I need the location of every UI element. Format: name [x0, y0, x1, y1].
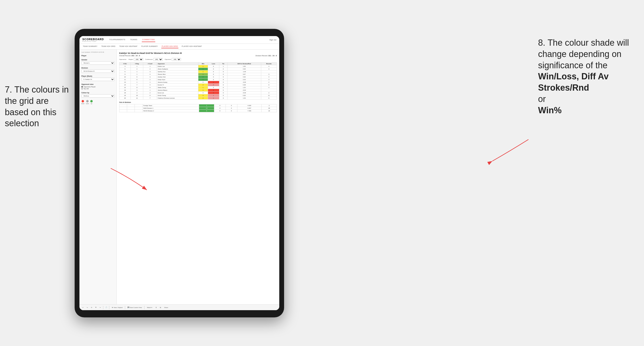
cell-opponent: Jessica Huang	[157, 81, 198, 84]
player-rank-select[interactable]: 8. Katelyn Vo	[81, 78, 114, 81]
cell-opponent: Heejo Hyun	[157, 78, 198, 81]
opponent-view-section: Opponent view Opponents Played Top 100	[81, 83, 114, 89]
sign-out-link[interactable]: Sign out	[270, 39, 276, 41]
save-custom-btn[interactable]: 💾 Save Custom View	[127, 306, 143, 309]
player-section: Player	[81, 55, 114, 56]
cell-tie: 0	[219, 92, 228, 94]
cell-reg: 1	[131, 65, 143, 68]
cell-tie: 0	[219, 68, 228, 70]
app-header: SCOREBOARD Powered by clippd TOURNAMENTS…	[80, 36, 279, 44]
header-right: Sign out	[270, 39, 276, 41]
grid-icon[interactable]: ⊞	[159, 306, 162, 309]
out-division-row: Foreign Team 1 0 0 4.500 2	[120, 104, 277, 107]
last-updated: Last Updated: 27/03/2024 16:55:38	[81, 51, 114, 53]
undo-icon[interactable]: ↩	[81, 306, 84, 309]
cell-rounds: 2	[261, 81, 276, 84]
region-select[interactable]: (All)	[134, 58, 143, 61]
out-division-row: NAIA Division 1 15 0 0 9.267 30	[120, 107, 277, 110]
table-row: 19 10 6 Emily Chang 4 1 0 0.30 11	[120, 94, 277, 97]
left-annotation: 7. The colours in the grid are based on …	[5, 84, 72, 129]
copy-icon[interactable]: ⧉	[94, 306, 97, 309]
cell-tie: 0	[219, 78, 228, 81]
watch-btn[interactable]: Watch ▾	[146, 306, 153, 309]
cell-win: 1	[198, 70, 208, 73]
cell-diff: 7.400	[237, 110, 262, 112]
cell-diff: -0.94	[228, 89, 261, 92]
table-row: 16 3 1 Jessica Mason 1 2 0 -0.94	[120, 89, 277, 92]
division-select[interactable]: NCAA Division III	[81, 69, 114, 73]
sub-nav-team-h2h-grid[interactable]: TEAM H2H GRID	[101, 45, 116, 48]
cell-diff: 1.33	[228, 97, 261, 100]
cell-reg: 1	[131, 73, 143, 76]
cell-win: 15	[199, 107, 214, 110]
cell-tie: 0	[219, 97, 228, 100]
tablet-frame: SCOREBOARD Powered by clippd TOURNAMENTS…	[75, 29, 284, 317]
cell-div: 9	[120, 73, 131, 76]
nav-committee[interactable]: COMMITTEE	[142, 37, 156, 42]
nav-tournaments[interactable]: TOURNAMENTS	[108, 37, 126, 42]
cell-tie: 0	[219, 84, 228, 86]
cut-icon[interactable]: ✂	[99, 306, 102, 309]
cell-win: 2	[198, 97, 208, 100]
table-row: 6 1 3 Sydney Kuo 1 0 0 -1.00	[120, 70, 277, 73]
colour-by-select[interactable]: Win/loss	[81, 94, 114, 98]
cell-diff: 3.67	[228, 73, 261, 76]
redo-icon[interactable]: ↪	[86, 306, 88, 309]
cell-diff: -1.00	[228, 70, 261, 73]
cell-conf: 2	[143, 78, 157, 81]
conference-select[interactable]: (All)	[153, 58, 163, 61]
cell-win: 1	[198, 65, 208, 68]
view-original-btn[interactable]: 👁 View: Original	[111, 306, 124, 309]
cell-tie: 0	[219, 89, 228, 92]
clock-icon[interactable]: 🕐	[105, 306, 108, 309]
cell-reg	[127, 110, 135, 112]
col-rounds: Rounds	[261, 62, 276, 65]
cell-diff: 1.50	[228, 65, 261, 68]
share-btn[interactable]: Share	[163, 306, 169, 309]
toolbar-sep-4	[144, 306, 144, 309]
sub-nav-team-h2h-heatmap[interactable]: TEAM H2H HEATMAP	[119, 45, 138, 48]
col-div: # Div	[120, 62, 131, 65]
cell-rounds: 3	[261, 73, 276, 76]
cell-rounds	[261, 89, 276, 92]
cell-rounds: 4	[261, 86, 276, 89]
player-label: Player	[81, 55, 114, 56]
export-icon[interactable]: ⬆	[154, 306, 158, 309]
cell-opponent: Alexis Sudijanto	[157, 68, 198, 70]
cell-loss: 0	[208, 76, 219, 78]
toolbar-sep-2	[109, 306, 109, 309]
opponent-select[interactable]: (All)	[172, 58, 181, 61]
cell-conf: 7	[143, 97, 157, 100]
sub-nav-player-h2h-heatmap[interactable]: PLAYER H2H HEATMAP	[181, 45, 202, 48]
radio-label-played: Opponents Played	[84, 86, 95, 88]
division-label: Division	[81, 67, 114, 69]
cell-win: 0	[198, 81, 208, 84]
cell-tie: 0	[219, 81, 228, 84]
forward-icon[interactable]: ⟳	[90, 306, 93, 309]
cell-rounds: 2	[262, 104, 276, 107]
gender-select[interactable]: Women's	[81, 61, 114, 65]
legend-circle-down	[82, 100, 84, 102]
colour-legend: Down Level Up	[81, 100, 114, 104]
radio-top-100[interactable]: Top 100	[81, 88, 114, 89]
table-row: 15 8 5 Stella Cheng 1 0 0 1.25 4	[120, 86, 277, 89]
sub-nav-player-h2h-grid[interactable]: PLAYER H2H GRID	[161, 45, 178, 48]
col-win: Win	[198, 62, 208, 65]
cell-diff: 3.33	[228, 78, 261, 81]
table-row: 18 2 2 Euna Lee 0 1 0 -5.00 2	[120, 92, 277, 94]
radio-opponents-played[interactable]: Opponents Played	[81, 86, 114, 88]
sub-nav-team-summary[interactable]: TEAM SUMMARY	[82, 45, 98, 48]
legend-label-down: Down	[81, 103, 84, 104]
cell-win: 1	[198, 89, 208, 92]
cell-diff: -3.00	[228, 81, 261, 84]
cell-diff: 9.267	[237, 107, 262, 110]
cell-tie: 0	[219, 94, 228, 97]
colour-by-label: Colour by	[81, 92, 114, 94]
cell-reg: 1	[131, 70, 143, 73]
nav-teams[interactable]: TEAMS	[130, 37, 138, 42]
cell-loss: 2	[208, 89, 219, 92]
cell-reg: 3	[131, 89, 143, 92]
region-filter: Region (All)	[128, 58, 143, 61]
sub-nav-player-summary[interactable]: PLAYER SUMMARY	[141, 45, 158, 48]
cell-div: 18	[120, 92, 131, 94]
